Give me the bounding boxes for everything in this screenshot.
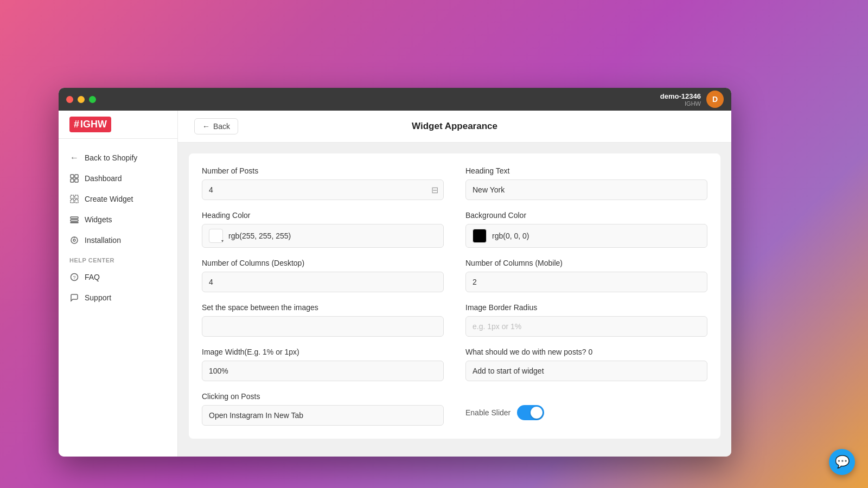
traffic-lights [66, 96, 96, 103]
num-posts-label: Number of Posts [202, 166, 444, 175]
sidebar-label-installation: Installation [85, 236, 121, 245]
sidebar-item-back-to-shopify[interactable]: ← Back to Shopify [59, 147, 177, 168]
user-name: demo-12346 [660, 92, 701, 100]
clicking-posts-label: Clicking on Posts [202, 392, 444, 401]
sidebar: # IGHW ← Back to Shopify Dashboard [59, 111, 178, 457]
back-arrow-icon: ← [69, 153, 79, 163]
heading-color-input[interactable]: rgb(255, 255, 255) [202, 224, 444, 248]
cols-desktop-input[interactable] [202, 272, 444, 292]
footer-buttons: COMPLETE PREVIEW [178, 450, 731, 457]
heading-color-value: rgb(255, 255, 255) [228, 232, 291, 240]
content-area: ← Back Widget Appearance Number of Posts… [178, 111, 731, 457]
border-radius-input[interactable] [465, 316, 707, 337]
form-group-border-radius: Image Border Radius [465, 303, 707, 337]
clicking-posts-input[interactable] [202, 405, 444, 426]
sidebar-item-support[interactable]: Support [59, 287, 177, 308]
toggle-knob [531, 407, 542, 419]
faq-icon: ? [69, 272, 79, 282]
cols-mobile-label: Number of Columns (Mobile) [465, 259, 707, 267]
heading-color-swatch [209, 229, 223, 243]
form-group-new-posts: What should we do with new posts? 0 [465, 348, 707, 381]
avatar: D [706, 91, 724, 108]
form-group-bg-color: Background Color rgb(0, 0, 0) [465, 211, 707, 248]
logo: # IGHW [69, 117, 111, 132]
content-header: ← Back Widget Appearance [178, 111, 731, 143]
sidebar-label-create-widget: Create Widget [85, 195, 133, 203]
sidebar-label-dashboard: Dashboard [85, 174, 122, 183]
sidebar-nav: ← Back to Shopify Dashboard Create Widge… [59, 139, 177, 317]
svg-rect-1 [75, 175, 78, 178]
help-center-label: HELP CENTER [59, 251, 177, 267]
form-group-image-width: Image Width(E.g. 1% or 1px) [202, 348, 444, 381]
form-group-cols-desktop: Number of Columns (Desktop) [202, 259, 444, 292]
sidebar-label-back: Back to Shopify [85, 153, 137, 162]
logo-bar: # IGHW [59, 111, 177, 139]
form-group-num-posts: Number of Posts ⊟ [202, 166, 444, 200]
form-group-clicking-posts: Clicking on Posts [202, 392, 444, 426]
mac-window: demo-12346 IGHW D # IGHW ← Back to Shopi… [59, 88, 731, 457]
enable-slider-toggle[interactable] [517, 405, 544, 420]
user-info: demo-12346 IGHW D [660, 91, 724, 108]
close-button[interactable] [66, 96, 73, 103]
main-area: # IGHW ← Back to Shopify Dashboard [59, 111, 731, 457]
bg-color-swatch [473, 229, 487, 243]
svg-rect-9 [71, 220, 78, 221]
space-input[interactable] [202, 316, 444, 337]
installation-icon [69, 235, 79, 245]
chat-bubble[interactable]: 💬 [829, 449, 855, 475]
new-posts-label: What should we do with new posts? 0 [465, 348, 707, 356]
sidebar-item-faq[interactable]: ? FAQ [59, 267, 177, 287]
num-posts-input-wrapper: ⊟ [202, 179, 444, 200]
form-group-heading-color: Heading Color rgb(255, 255, 255) [202, 211, 444, 248]
cols-mobile-input[interactable] [465, 272, 707, 292]
widgets-icon [69, 215, 79, 224]
space-label: Set the space between the images [202, 303, 444, 312]
svg-text:?: ? [73, 275, 75, 280]
enable-slider-row: Enable Slider [465, 405, 707, 420]
sidebar-label-support: Support [85, 293, 111, 302]
form-group-heading-text: Heading Text [465, 166, 707, 200]
svg-rect-7 [75, 200, 78, 203]
dashboard-icon [69, 174, 79, 183]
bg-color-label: Background Color [465, 211, 707, 220]
heading-color-label: Heading Color [202, 211, 444, 220]
sidebar-item-dashboard[interactable]: Dashboard [59, 168, 177, 189]
svg-point-12 [73, 239, 75, 241]
svg-rect-0 [71, 175, 74, 178]
form-group-space: Set the space between the images [202, 303, 444, 337]
user-text-block: demo-12346 IGHW [660, 92, 701, 107]
svg-rect-8 [71, 217, 78, 219]
sidebar-item-widgets[interactable]: Widgets [59, 209, 177, 230]
back-button-label: Back [213, 122, 230, 131]
num-posts-icon: ⊟ [431, 185, 438, 195]
new-posts-input[interactable] [465, 361, 707, 381]
bg-color-input[interactable]: rgb(0, 0, 0) [465, 224, 707, 248]
svg-rect-2 [71, 179, 74, 182]
svg-rect-4 [71, 195, 74, 198]
form-group-cols-mobile: Number of Columns (Mobile) [465, 259, 707, 292]
logo-text: IGHW [80, 119, 107, 130]
svg-rect-6 [71, 200, 74, 203]
image-width-label: Image Width(E.g. 1% or 1px) [202, 348, 444, 356]
sidebar-label-faq: FAQ [85, 273, 100, 281]
form-grid: Number of Posts ⊟ Heading Text Heading C [202, 166, 707, 426]
page-title: Widget Appearance [412, 121, 497, 132]
chat-icon: 💬 [835, 455, 850, 469]
svg-rect-10 [71, 222, 78, 223]
user-store: IGHW [660, 100, 701, 107]
logo-hash: # [74, 119, 79, 130]
cols-desktop-label: Number of Columns (Desktop) [202, 259, 444, 267]
form-group-enable-slider: spacer Enable Slider [465, 392, 707, 426]
maximize-button[interactable] [89, 96, 96, 103]
sidebar-label-widgets: Widgets [85, 215, 112, 224]
num-posts-input[interactable] [202, 179, 444, 200]
support-icon [69, 293, 79, 303]
minimize-button[interactable] [78, 96, 85, 103]
border-radius-label: Image Border Radius [465, 303, 707, 312]
sidebar-item-installation[interactable]: Installation [59, 230, 177, 251]
enable-slider-label: Enable Slider [465, 408, 510, 417]
back-button[interactable]: ← Back [194, 118, 238, 134]
heading-text-input[interactable] [465, 179, 707, 200]
sidebar-item-create-widget[interactable]: Create Widget [59, 189, 177, 209]
image-width-input[interactable] [202, 361, 444, 381]
